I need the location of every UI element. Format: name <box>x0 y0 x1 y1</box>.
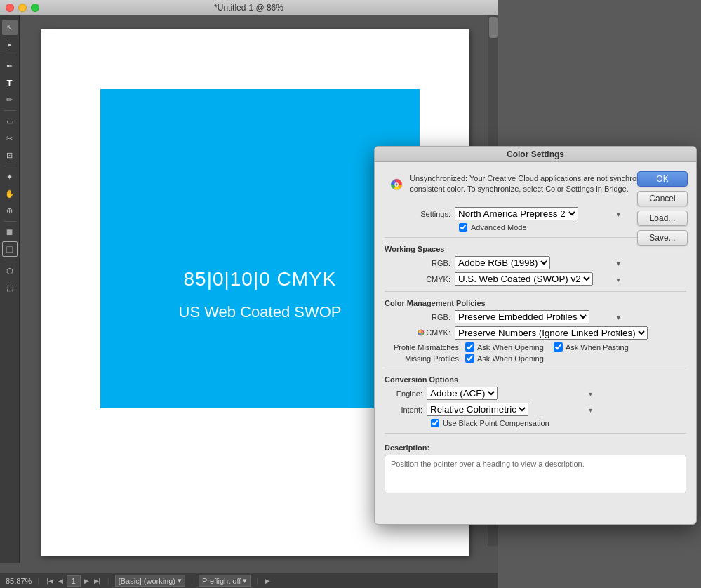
rectangle-tool[interactable]: ▭ <box>2 114 18 129</box>
ask-when-pasting-checkbox[interactable] <box>554 342 563 352</box>
engine-label: Engine: <box>385 389 427 398</box>
first-page-btn[interactable]: |◀ <box>45 577 54 585</box>
expand-btn[interactable]: ▶ <box>264 577 272 585</box>
rgb-select[interactable]: Adobe RGB (1998) <box>455 256 550 269</box>
current-page[interactable]: 1 <box>67 575 81 587</box>
conversion-options-header: Conversion Options <box>385 375 686 384</box>
page-navigation: |◀ ◀ 1 ▶ ▶| <box>45 575 102 587</box>
close-button[interactable] <box>6 4 14 12</box>
type-tool[interactable]: T <box>2 75 18 91</box>
working-space-dropdown[interactable]: [Basic] (working) ▾ <box>115 575 185 587</box>
intent-row: Intent: Relative Colorimetric <box>385 403 686 416</box>
svg-point-2 <box>395 183 397 185</box>
window-title: *Untitled-1 @ 86% <box>214 3 283 13</box>
ask-when-opening-checkbox[interactable] <box>465 342 474 352</box>
divider-4 <box>385 433 686 434</box>
title-bar-buttons <box>6 4 39 12</box>
free-transform-tool[interactable]: ⊡ <box>2 147 18 163</box>
cmyk-policy-select-wrapper: Preserve Numbers (Ignore Linked Profiles… <box>455 326 623 340</box>
selection-tool[interactable]: ↖ <box>2 20 18 35</box>
profile-mismatches-checks: Ask When Opening Ask When Pasting <box>465 342 629 352</box>
zoom-tool[interactable]: ⊕ <box>2 203 18 218</box>
preflight-label: Preflight off <box>202 577 241 585</box>
scissors-tool[interactable]: ✂ <box>2 131 18 146</box>
intent-select[interactable]: Relative Colorimetric <box>427 403 528 416</box>
preview-mode-icon[interactable]: ⬡ <box>2 263 18 279</box>
load-button[interactable]: Load... <box>637 211 688 226</box>
preflight-dropdown[interactable]: Preflight off ▾ <box>199 575 251 587</box>
rgb-select-wrapper: Adobe RGB (1998) <box>455 256 623 269</box>
ask-when-opening-label: Ask When Opening <box>477 343 544 352</box>
color-settings-dialog: Color Settings OK Cancel Load... Save... <box>374 146 697 525</box>
dialog-title-bar: Color Settings <box>375 147 696 162</box>
status-sep-2: | <box>107 577 109 585</box>
cancel-button[interactable]: Cancel <box>637 191 688 206</box>
working-space-label: [Basic] (working) <box>119 577 175 585</box>
description-header: Description: <box>385 443 686 452</box>
prev-page-btn[interactable]: ◀ <box>57 577 65 585</box>
color-profile-text: US Web Coated SWOP <box>100 303 420 321</box>
maximize-button[interactable] <box>31 4 39 12</box>
rgb-policy-label: RGB: <box>385 313 455 321</box>
tool-separator-3 <box>4 166 16 166</box>
engine-select-wrapper: Adobe (ACE) <box>427 387 595 400</box>
color-wheel-icon <box>390 173 403 196</box>
save-button[interactable]: Save... <box>637 230 688 246</box>
hand-tool[interactable]: ✋ <box>2 186 18 201</box>
color-management-header: Color Management Policies <box>385 299 686 307</box>
engine-select[interactable]: Adobe (ACE) <box>427 387 498 400</box>
left-toolbar: ↖ ▸ ✒ T ✏ ▭ ✂ ⊡ ✦ ✋ ⊕ ■ □ ⬡ ⬚ <box>0 15 20 563</box>
cyan-rectangle: 85|0|10|0 CMYK US Web Coated SWOP <box>100 89 420 408</box>
divider-2 <box>385 291 686 292</box>
status-sep-4: | <box>256 577 258 585</box>
rgb-working-space-row: RGB: Adobe RGB (1998) <box>385 256 686 269</box>
working-spaces-header: Working Spaces <box>385 245 686 253</box>
description-text: Position the pointer over a heading to v… <box>391 460 585 468</box>
cmyk-policy-select[interactable]: Preserve Numbers (Ignore Linked Profiles… <box>455 326 648 340</box>
zoom-level: 85.87% <box>6 577 32 585</box>
last-page-btn[interactable]: ▶| <box>93 577 102 585</box>
cmyk-icon <box>418 329 425 336</box>
cmyk-select-wrapper: U.S. Web Coated (SWOP) v2 <box>455 272 623 286</box>
settings-select[interactable]: North America Prepress 2 <box>455 207 578 220</box>
advanced-mode-label: Advanced Mode <box>471 223 527 232</box>
missing-profiles-label: Missing Profiles: <box>385 354 465 363</box>
minimize-button[interactable] <box>18 4 27 12</box>
dialog-title: Color Settings <box>507 149 564 159</box>
tool-separator-4 <box>4 221 16 222</box>
eyedropper-tool[interactable]: ✦ <box>2 169 18 185</box>
status-bar: 85.87% | |◀ ◀ 1 ▶ ▶| | [Basic] (working)… <box>0 573 498 588</box>
cmyk-policy-row: CMYK: Preserve Numbers (Ignore Linked Pr… <box>385 326 686 340</box>
next-page-btn[interactable]: ▶ <box>83 577 91 585</box>
rgb-policy-row: RGB: Preserve Embedded Profiles <box>385 310 686 323</box>
engine-row: Engine: Adobe (ACE) <box>385 387 686 400</box>
pen-tool[interactable]: ✒ <box>2 58 18 74</box>
advanced-mode-checkbox[interactable] <box>459 223 467 232</box>
cmyk-select[interactable]: U.S. Web Coated (SWOP) v2 <box>455 272 593 286</box>
color-values-text: 85|0|10|0 CMYK <box>100 268 420 290</box>
scrollbar-thumb[interactable] <box>489 17 498 38</box>
profile-mismatches-row: Profile Mismatches: Ask When Opening Ask… <box>385 342 686 352</box>
screen-mode-icon[interactable]: ⬚ <box>2 280 18 295</box>
description-section: Description: Position the pointer over a… <box>385 439 686 493</box>
profile-mismatches-label: Profile Mismatches: <box>385 343 465 352</box>
missing-ask-when-opening-label: Ask When Opening <box>477 354 544 363</box>
direct-selection-tool[interactable]: ▸ <box>2 36 18 52</box>
divider-3 <box>385 368 686 368</box>
preflight-arrow: ▾ <box>243 576 247 585</box>
tool-separator-2 <box>4 110 16 111</box>
stroke-icon[interactable]: □ <box>2 241 18 257</box>
pencil-tool[interactable]: ✏ <box>2 92 18 107</box>
cmyk-policy-label: CMYK: <box>385 328 455 338</box>
rgb-policy-select[interactable]: Preserve Embedded Profiles <box>455 310 589 323</box>
dropdown-arrow: ▾ <box>178 576 182 585</box>
ok-button[interactable]: OK <box>637 171 688 187</box>
cmyk-working-label: CMYK: <box>385 275 455 283</box>
missing-ask-when-opening-checkbox[interactable] <box>465 354 474 363</box>
fill-icon[interactable]: ■ <box>2 225 18 240</box>
rgb-working-label: RGB: <box>385 259 455 267</box>
settings-label: Settings: <box>385 210 455 218</box>
settings-select-wrapper: North America Prepress 2 <box>455 207 623 220</box>
rgb-policy-select-wrapper: Preserve Embedded Profiles <box>455 310 623 323</box>
black-point-checkbox[interactable] <box>431 419 439 427</box>
